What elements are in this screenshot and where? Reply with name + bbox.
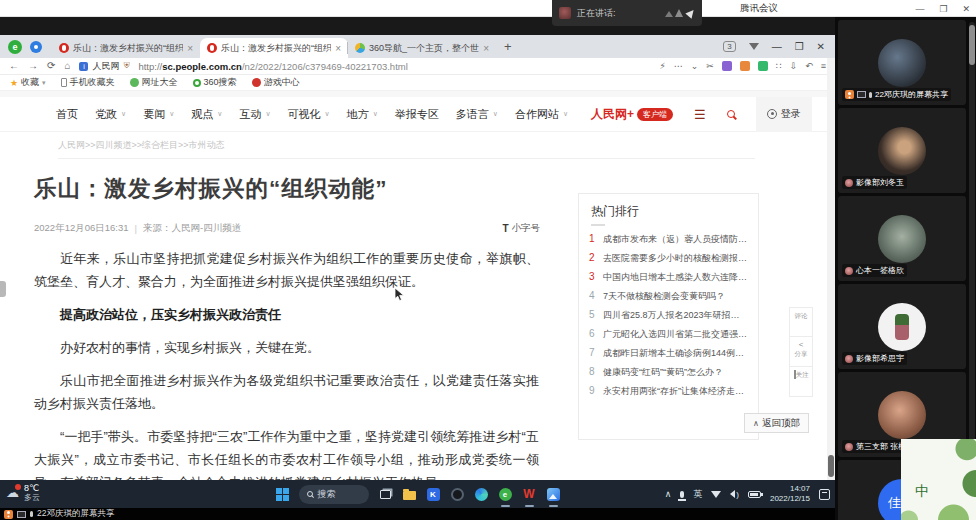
browser-minimize-icon[interactable]: —: [772, 41, 782, 52]
tab-article-1[interactable]: 乐山：激发乡村振兴的“组织… ×: [52, 38, 200, 58]
scrollbar-thumb[interactable]: [969, 25, 975, 65]
participant-tile[interactable]: 心本一签格欣: [838, 196, 966, 281]
nav-report[interactable]: 举报专区: [395, 107, 439, 122]
nav-local[interactable]: 地方: [347, 107, 378, 122]
bookmark-game-center[interactable]: 游戏中心: [252, 76, 300, 89]
green-extension-icon[interactable]: [758, 61, 768, 71]
hot-item[interactable]: 6广元昭化入选四川省第二批交通强县试点名单: [579, 325, 758, 344]
taskbar-clock[interactable]: 14:07 2022/12/15: [770, 484, 810, 505]
participant-tile[interactable]: 影像部希思宇: [838, 284, 966, 369]
tab-close-icon[interactable]: ×: [483, 43, 489, 54]
battery-icon[interactable]: [748, 491, 761, 498]
screen-share-icon: [17, 511, 26, 518]
edge-browser-button[interactable]: [474, 487, 489, 502]
browser-close-icon[interactable]: ✕: [817, 41, 825, 52]
browser-360-button[interactable]: e: [498, 487, 513, 502]
notification-center-icon[interactable]: [819, 489, 830, 500]
participant-tile[interactable]: 影像部刘冬玉: [838, 108, 966, 193]
camera-overlay-window[interactable]: 中: [901, 439, 976, 520]
nav-partners[interactable]: 合作网站: [515, 107, 568, 122]
nav-party[interactable]: 党政: [95, 107, 126, 122]
tab-article-2-active[interactable]: 乐山：激发乡村振兴的“组织… ×: [200, 38, 348, 58]
history-undo-icon[interactable]: ↶: [805, 62, 813, 71]
follow-button[interactable]: 关注: [789, 367, 813, 397]
maximize-icon[interactable]: ❐: [939, 4, 947, 14]
start-button[interactable]: [275, 487, 290, 502]
browser-360-logo-icon[interactable]: e: [8, 40, 22, 54]
tab-count-badge[interactable]: 3: [723, 41, 735, 52]
app-k-button[interactable]: K: [426, 487, 441, 502]
url-field[interactable]: http://sc.people.com.cn/n2/2022/1206/c37…: [138, 61, 650, 72]
file-explorer-button[interactable]: [402, 487, 417, 502]
tab-close-icon[interactable]: ×: [187, 43, 193, 54]
speed-mode-icon[interactable]: ⚡: [659, 62, 665, 71]
sidebar-collapse-handle[interactable]: [0, 281, 6, 297]
hot-item[interactable]: 47天不做核酸检测会变黄码吗？: [579, 287, 758, 306]
share-button[interactable]: < 分享: [789, 337, 813, 367]
photos-app-button[interactable]: [546, 487, 561, 502]
bookmark-mobile[interactable]: 手机收藏夹: [61, 76, 115, 89]
wifi-icon[interactable]: [711, 491, 721, 498]
tab-360-nav[interactable]: 360导航_一个主页，整个世界 ×: [348, 38, 496, 58]
wps-button[interactable]: W: [522, 487, 537, 502]
site-identity-badge[interactable]: i 人民网 ⛨: [79, 60, 129, 73]
close-icon[interactable]: ✕: [962, 4, 970, 14]
orange-extension-icon[interactable]: [740, 61, 750, 71]
chevron-down-icon[interactable]: ⌄: [691, 62, 699, 71]
nav-opinion[interactable]: 观点: [191, 107, 222, 122]
filter-funnel-icon[interactable]: [749, 43, 759, 50]
nav-interact[interactable]: 互动: [239, 107, 270, 122]
minimize-icon[interactable]: —: [915, 4, 924, 14]
speaking-indicator-popup[interactable]: 正在讲话:: [552, 0, 702, 26]
hot-item[interactable]: 1成都市发布来（返）蓉人员疫情防控最新政策: [579, 230, 758, 249]
reload-icon[interactable]: ⟳: [47, 61, 55, 71]
home-icon[interactable]: ⌂: [64, 61, 70, 71]
browser-mode-icon[interactable]: [30, 41, 42, 53]
nav-home[interactable]: 首页: [56, 107, 78, 122]
people-daily-logo[interactable]: 人民网+ 客户端: [591, 106, 673, 123]
hot-item[interactable]: 5四川省25.8万人报名2023年研招考试: [579, 306, 758, 325]
apps-grid-icon[interactable]: ∷: [776, 62, 782, 71]
new-tab-button[interactable]: +: [504, 39, 512, 54]
forward-icon[interactable]: →: [28, 61, 38, 71]
browser-maximize-icon[interactable]: ❐: [795, 41, 804, 52]
hot-item[interactable]: 8健康码变“红码”“黄码”怎么办？: [579, 363, 758, 382]
back-to-top-button[interactable]: ∧ 返回顶部: [744, 413, 809, 433]
breadcrumb[interactable]: 人民网>>四川频道>>综合栏目>>市州动态: [58, 139, 225, 152]
scrollbar-thumb[interactable]: [828, 455, 834, 477]
hot-item[interactable]: 7成都昨日新增本土确诊病例144例、本土...: [579, 344, 758, 363]
purple-extension-icon[interactable]: [722, 61, 732, 71]
comment-button[interactable]: 评论: [789, 307, 813, 337]
nav-news[interactable]: 要闻: [143, 107, 174, 122]
app-camera-button[interactable]: [450, 487, 465, 502]
nav-visual[interactable]: 可视化: [288, 107, 330, 122]
volume-icon[interactable]: ): [730, 490, 739, 499]
task-view-button[interactable]: [378, 487, 393, 502]
mic-tray-icon[interactable]: [680, 491, 684, 498]
bookmark-360-search[interactable]: 360搜索: [193, 76, 237, 89]
download-icon[interactable]: ⇩: [790, 62, 798, 71]
back-icon[interactable]: ←: [9, 61, 19, 71]
bookmark-sites[interactable]: 网址大全: [130, 76, 178, 89]
input-language-indicator[interactable]: 英: [693, 490, 702, 499]
hot-item[interactable]: 3中国内地日增本土感染人数六连降 多地出...: [579, 268, 758, 287]
font-size-tool[interactable]: T 小字号: [502, 222, 540, 235]
hot-item[interactable]: 2去医院需要多少小时的核酸检测报告？: [579, 249, 758, 268]
article-source[interactable]: 来源：人民网-四川频道: [143, 222, 241, 235]
menu-icon[interactable]: ≡: [821, 62, 826, 71]
search-icon[interactable]: [727, 110, 735, 118]
page-scrollbar[interactable]: [827, 58, 835, 480]
tab-close-icon[interactable]: ×: [335, 43, 341, 54]
more-icon[interactable]: ⋯: [674, 62, 683, 71]
nav-language[interactable]: 多语言: [456, 107, 498, 122]
bookmark-favorites[interactable]: ★ 收藏 ▾: [10, 76, 46, 89]
collapse-arrow-icon[interactable]: [685, 7, 696, 18]
participant-tile[interactable]: 22邓庆琪的屏幕共享: [838, 20, 966, 105]
login-button[interactable]: 登录: [756, 97, 812, 132]
taskbar-weather-widget[interactable]: ☁ 8℃ 多云: [6, 483, 40, 503]
taskbar-search[interactable]: 搜索: [299, 485, 369, 504]
hot-item[interactable]: 9永安村用两张“存折”让集体经济走上时间...: [579, 382, 758, 401]
nav-hamburger-icon[interactable]: ☰: [694, 107, 706, 122]
hidden-icons-chevron[interactable]: ∧: [665, 490, 672, 499]
clip-extension-icon[interactable]: ✂: [706, 62, 714, 71]
